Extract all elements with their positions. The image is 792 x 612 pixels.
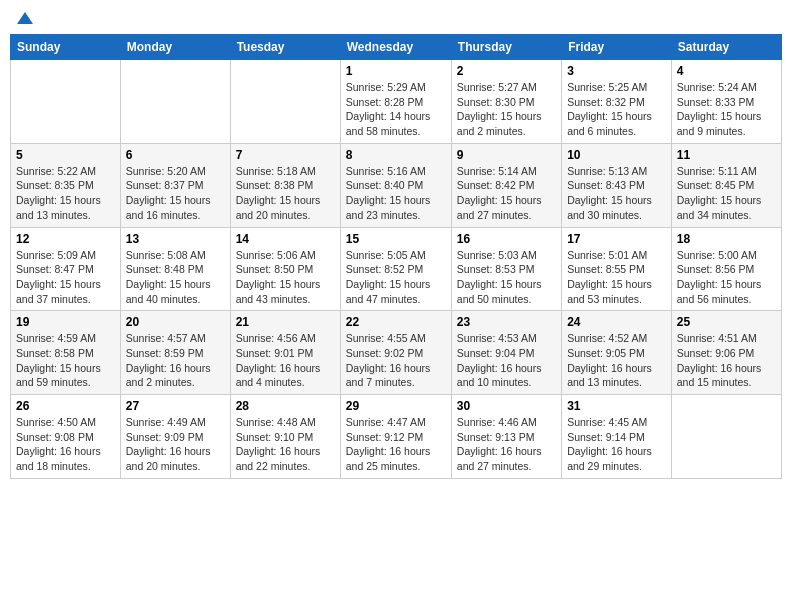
day-info: Sunrise: 5:24 AM Sunset: 8:33 PM Dayligh… [677, 80, 776, 139]
calendar-cell: 25Sunrise: 4:51 AM Sunset: 9:06 PM Dayli… [671, 311, 781, 395]
logo-icon [15, 10, 35, 30]
day-number: 1 [346, 64, 446, 78]
calendar-cell: 2Sunrise: 5:27 AM Sunset: 8:30 PM Daylig… [451, 60, 561, 144]
calendar-cell [230, 60, 340, 144]
day-number: 20 [126, 315, 225, 329]
calendar-cell: 16Sunrise: 5:03 AM Sunset: 8:53 PM Dayli… [451, 227, 561, 311]
day-number: 18 [677, 232, 776, 246]
calendar-cell: 11Sunrise: 5:11 AM Sunset: 8:45 PM Dayli… [671, 143, 781, 227]
day-number: 9 [457, 148, 556, 162]
day-number: 21 [236, 315, 335, 329]
day-info: Sunrise: 5:27 AM Sunset: 8:30 PM Dayligh… [457, 80, 556, 139]
day-number: 11 [677, 148, 776, 162]
day-info: Sunrise: 4:55 AM Sunset: 9:02 PM Dayligh… [346, 331, 446, 390]
svg-marker-0 [17, 12, 33, 24]
calendar-cell [120, 60, 230, 144]
calendar-cell: 26Sunrise: 4:50 AM Sunset: 9:08 PM Dayli… [11, 395, 121, 479]
day-info: Sunrise: 5:29 AM Sunset: 8:28 PM Dayligh… [346, 80, 446, 139]
day-number: 10 [567, 148, 666, 162]
calendar-cell: 23Sunrise: 4:53 AM Sunset: 9:04 PM Dayli… [451, 311, 561, 395]
day-info: Sunrise: 4:49 AM Sunset: 9:09 PM Dayligh… [126, 415, 225, 474]
day-info: Sunrise: 5:03 AM Sunset: 8:53 PM Dayligh… [457, 248, 556, 307]
calendar-cell: 10Sunrise: 5:13 AM Sunset: 8:43 PM Dayli… [562, 143, 672, 227]
day-number: 26 [16, 399, 115, 413]
calendar-cell: 29Sunrise: 4:47 AM Sunset: 9:12 PM Dayli… [340, 395, 451, 479]
calendar-header-thursday: Thursday [451, 35, 561, 60]
calendar-header-tuesday: Tuesday [230, 35, 340, 60]
day-info: Sunrise: 5:11 AM Sunset: 8:45 PM Dayligh… [677, 164, 776, 223]
day-info: Sunrise: 5:16 AM Sunset: 8:40 PM Dayligh… [346, 164, 446, 223]
day-number: 2 [457, 64, 556, 78]
calendar-cell: 15Sunrise: 5:05 AM Sunset: 8:52 PM Dayli… [340, 227, 451, 311]
calendar-week-2: 5Sunrise: 5:22 AM Sunset: 8:35 PM Daylig… [11, 143, 782, 227]
day-info: Sunrise: 4:51 AM Sunset: 9:06 PM Dayligh… [677, 331, 776, 390]
day-info: Sunrise: 5:20 AM Sunset: 8:37 PM Dayligh… [126, 164, 225, 223]
calendar-cell: 6Sunrise: 5:20 AM Sunset: 8:37 PM Daylig… [120, 143, 230, 227]
calendar-cell: 13Sunrise: 5:08 AM Sunset: 8:48 PM Dayli… [120, 227, 230, 311]
calendar-cell: 9Sunrise: 5:14 AM Sunset: 8:42 PM Daylig… [451, 143, 561, 227]
day-info: Sunrise: 5:05 AM Sunset: 8:52 PM Dayligh… [346, 248, 446, 307]
day-number: 13 [126, 232, 225, 246]
day-info: Sunrise: 5:01 AM Sunset: 8:55 PM Dayligh… [567, 248, 666, 307]
calendar-cell: 18Sunrise: 5:00 AM Sunset: 8:56 PM Dayli… [671, 227, 781, 311]
calendar-cell: 30Sunrise: 4:46 AM Sunset: 9:13 PM Dayli… [451, 395, 561, 479]
day-info: Sunrise: 5:18 AM Sunset: 8:38 PM Dayligh… [236, 164, 335, 223]
day-info: Sunrise: 4:57 AM Sunset: 8:59 PM Dayligh… [126, 331, 225, 390]
day-number: 12 [16, 232, 115, 246]
calendar-header-wednesday: Wednesday [340, 35, 451, 60]
day-number: 22 [346, 315, 446, 329]
calendar-cell: 31Sunrise: 4:45 AM Sunset: 9:14 PM Dayli… [562, 395, 672, 479]
page-header [10, 10, 782, 26]
calendar-cell: 5Sunrise: 5:22 AM Sunset: 8:35 PM Daylig… [11, 143, 121, 227]
calendar-week-3: 12Sunrise: 5:09 AM Sunset: 8:47 PM Dayli… [11, 227, 782, 311]
calendar-header-row: SundayMondayTuesdayWednesdayThursdayFrid… [11, 35, 782, 60]
day-info: Sunrise: 5:00 AM Sunset: 8:56 PM Dayligh… [677, 248, 776, 307]
day-info: Sunrise: 5:22 AM Sunset: 8:35 PM Dayligh… [16, 164, 115, 223]
calendar-week-5: 26Sunrise: 4:50 AM Sunset: 9:08 PM Dayli… [11, 395, 782, 479]
calendar-cell: 4Sunrise: 5:24 AM Sunset: 8:33 PM Daylig… [671, 60, 781, 144]
day-info: Sunrise: 4:52 AM Sunset: 9:05 PM Dayligh… [567, 331, 666, 390]
calendar-header-saturday: Saturday [671, 35, 781, 60]
calendar-cell: 14Sunrise: 5:06 AM Sunset: 8:50 PM Dayli… [230, 227, 340, 311]
day-number: 4 [677, 64, 776, 78]
calendar-cell: 8Sunrise: 5:16 AM Sunset: 8:40 PM Daylig… [340, 143, 451, 227]
calendar-cell: 17Sunrise: 5:01 AM Sunset: 8:55 PM Dayli… [562, 227, 672, 311]
day-info: Sunrise: 5:08 AM Sunset: 8:48 PM Dayligh… [126, 248, 225, 307]
day-number: 24 [567, 315, 666, 329]
calendar-cell: 12Sunrise: 5:09 AM Sunset: 8:47 PM Dayli… [11, 227, 121, 311]
day-info: Sunrise: 4:48 AM Sunset: 9:10 PM Dayligh… [236, 415, 335, 474]
calendar-cell: 19Sunrise: 4:59 AM Sunset: 8:58 PM Dayli… [11, 311, 121, 395]
day-number: 31 [567, 399, 666, 413]
calendar-header-sunday: Sunday [11, 35, 121, 60]
day-info: Sunrise: 4:46 AM Sunset: 9:13 PM Dayligh… [457, 415, 556, 474]
day-number: 15 [346, 232, 446, 246]
day-info: Sunrise: 5:09 AM Sunset: 8:47 PM Dayligh… [16, 248, 115, 307]
day-number: 8 [346, 148, 446, 162]
calendar-cell [11, 60, 121, 144]
calendar-cell: 7Sunrise: 5:18 AM Sunset: 8:38 PM Daylig… [230, 143, 340, 227]
logo [14, 10, 35, 26]
day-number: 6 [126, 148, 225, 162]
day-number: 17 [567, 232, 666, 246]
day-number: 7 [236, 148, 335, 162]
day-info: Sunrise: 4:45 AM Sunset: 9:14 PM Dayligh… [567, 415, 666, 474]
day-number: 27 [126, 399, 225, 413]
day-number: 30 [457, 399, 556, 413]
day-info: Sunrise: 5:06 AM Sunset: 8:50 PM Dayligh… [236, 248, 335, 307]
day-info: Sunrise: 5:14 AM Sunset: 8:42 PM Dayligh… [457, 164, 556, 223]
day-number: 5 [16, 148, 115, 162]
calendar-cell: 28Sunrise: 4:48 AM Sunset: 9:10 PM Dayli… [230, 395, 340, 479]
calendar-header-friday: Friday [562, 35, 672, 60]
day-info: Sunrise: 4:50 AM Sunset: 9:08 PM Dayligh… [16, 415, 115, 474]
calendar-table: SundayMondayTuesdayWednesdayThursdayFrid… [10, 34, 782, 479]
day-number: 29 [346, 399, 446, 413]
day-info: Sunrise: 5:25 AM Sunset: 8:32 PM Dayligh… [567, 80, 666, 139]
day-number: 28 [236, 399, 335, 413]
calendar-header-monday: Monday [120, 35, 230, 60]
day-info: Sunrise: 4:56 AM Sunset: 9:01 PM Dayligh… [236, 331, 335, 390]
day-number: 3 [567, 64, 666, 78]
day-number: 19 [16, 315, 115, 329]
calendar-cell: 24Sunrise: 4:52 AM Sunset: 9:05 PM Dayli… [562, 311, 672, 395]
calendar-cell: 22Sunrise: 4:55 AM Sunset: 9:02 PM Dayli… [340, 311, 451, 395]
calendar-week-4: 19Sunrise: 4:59 AM Sunset: 8:58 PM Dayli… [11, 311, 782, 395]
